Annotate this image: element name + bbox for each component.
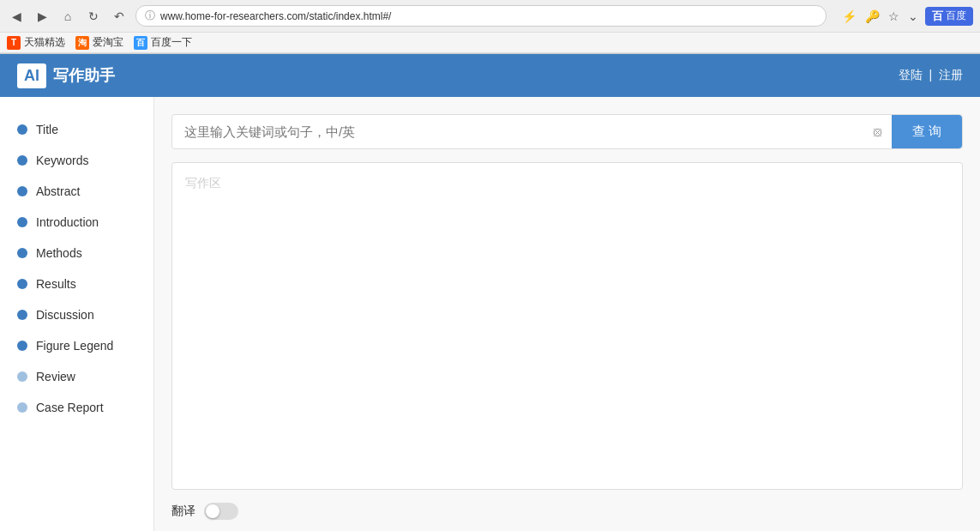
sidebar-label-methods: Methods: [36, 246, 82, 260]
sidebar: Title Keywords Abstract Introduction Met…: [0, 97, 154, 531]
sidebar-dot-figure-legend: [17, 341, 27, 351]
bookmarks-bar: T 天猫精选 淘 爱淘宝 百 百度一下: [0, 33, 980, 53]
browser-toolbar: ◀ ▶ ⌂ ↻ ↶ ⓘ www.home-for-researchers.com…: [0, 0, 980, 33]
sidebar-dot-keywords: [17, 155, 27, 166]
translate-label: 翻译: [171, 504, 195, 519]
writing-area[interactable]: 写作区: [171, 162, 963, 490]
translate-toggle[interactable]: [204, 503, 238, 520]
toggle-track: [204, 503, 238, 520]
sidebar-label-results: Results: [36, 277, 76, 291]
sidebar-label-introduction: Introduction: [36, 215, 99, 229]
toggle-thumb: [206, 504, 219, 518]
sidebar-dot-discussion: [17, 310, 27, 320]
browser-chrome: ◀ ▶ ⌂ ↻ ↶ ⓘ www.home-for-researchers.com…: [0, 0, 980, 54]
bookmark-baidu[interactable]: 百 百度一下: [134, 35, 192, 50]
bookmark-taobao-label: 爱淘宝: [93, 35, 123, 50]
baidu-logo-icon: 百: [932, 9, 943, 24]
bookmark-baidu-label: 百度一下: [151, 35, 192, 50]
lightning-icon[interactable]: ⚡: [840, 8, 858, 25]
sidebar-label-case-report: Case Report: [36, 401, 104, 414]
search-clear-button[interactable]: ⦻: [864, 118, 892, 147]
sidebar-label-keywords: Keywords: [36, 154, 88, 167]
sidebar-item-results[interactable]: Results: [0, 269, 153, 299]
sidebar-label-figure-legend: Figure Legend: [36, 339, 113, 353]
sidebar-dot-title: [17, 124, 27, 135]
address-bar[interactable]: ⓘ www.home-for-researchers.com/static/in…: [135, 5, 827, 27]
content-area: ⦻ 查 询 写作区 翻译: [154, 97, 980, 531]
sidebar-item-abstract[interactable]: Abstract: [0, 176, 153, 207]
search-button[interactable]: 查 询: [892, 115, 962, 148]
sidebar-dot-introduction: [17, 217, 27, 227]
app-header: AI 写作助手 登陆 | 注册: [0, 54, 980, 97]
address-text: www.home-for-researchers.com/static/inde…: [160, 10, 817, 22]
bookmark-tmall[interactable]: T 天猫精选: [7, 35, 65, 50]
sidebar-item-keywords[interactable]: Keywords: [0, 145, 153, 176]
login-link[interactable]: 登陆: [899, 68, 923, 81]
register-link[interactable]: 注册: [939, 68, 963, 81]
app-title: 写作助手: [53, 65, 115, 86]
nav-undo-button[interactable]: ↶: [110, 7, 129, 26]
bookmark-tmall-label: 天猫精选: [24, 35, 65, 50]
tmall-icon: T: [7, 36, 21, 50]
sidebar-item-review[interactable]: Review: [0, 361, 153, 392]
search-bar: ⦻ 查 询: [171, 114, 963, 149]
logo-box: AI: [17, 63, 46, 88]
baidu-bookmark-icon: 百: [134, 36, 147, 50]
sidebar-label-review: Review: [36, 370, 75, 383]
taobao-icon: 淘: [75, 36, 89, 50]
sidebar-item-methods[interactable]: Methods: [0, 238, 153, 269]
nav-home-button[interactable]: ⌂: [58, 7, 77, 26]
bookmark-taobao[interactable]: 淘 爱淘宝: [75, 35, 123, 50]
chevron-down-icon[interactable]: ⌄: [906, 8, 920, 25]
sidebar-item-title[interactable]: Title: [0, 114, 153, 145]
sidebar-label-discussion: Discussion: [36, 308, 94, 322]
sidebar-dot-abstract: [17, 186, 27, 196]
app-auth: 登陆 | 注册: [899, 68, 963, 83]
sidebar-dot-review: [17, 371, 27, 382]
auth-separator: |: [929, 68, 932, 81]
sidebar-label-title: Title: [36, 123, 58, 136]
sidebar-dot-case-report: [17, 402, 27, 413]
sidebar-dot-results: [17, 279, 27, 289]
writing-placeholder: 写作区: [185, 176, 221, 190]
sidebar-item-discussion[interactable]: Discussion: [0, 299, 153, 330]
sidebar-item-case-report[interactable]: Case Report: [0, 392, 153, 423]
nav-back-button[interactable]: ◀: [7, 7, 26, 26]
browser-action-icons: ⚡ 🔑 ☆ ⌄ 百 百度: [840, 7, 973, 26]
translate-row: 翻译: [171, 503, 963, 520]
main-layout: Title Keywords Abstract Introduction Met…: [0, 97, 980, 531]
sidebar-item-figure-legend[interactable]: Figure Legend: [0, 330, 153, 361]
nav-forward-button[interactable]: ▶: [33, 7, 51, 26]
sidebar-label-abstract: Abstract: [36, 184, 80, 198]
search-input[interactable]: [172, 116, 864, 148]
star-icon[interactable]: ☆: [887, 8, 901, 25]
sidebar-dot-methods: [17, 248, 27, 258]
app-logo: AI 写作助手: [17, 63, 115, 88]
baidu-button[interactable]: 百 百度: [925, 7, 973, 26]
nav-refresh-button[interactable]: ↻: [84, 7, 103, 26]
security-icon: ⓘ: [145, 9, 155, 23]
key-icon[interactable]: 🔑: [863, 8, 881, 25]
sidebar-item-introduction[interactable]: Introduction: [0, 207, 153, 238]
